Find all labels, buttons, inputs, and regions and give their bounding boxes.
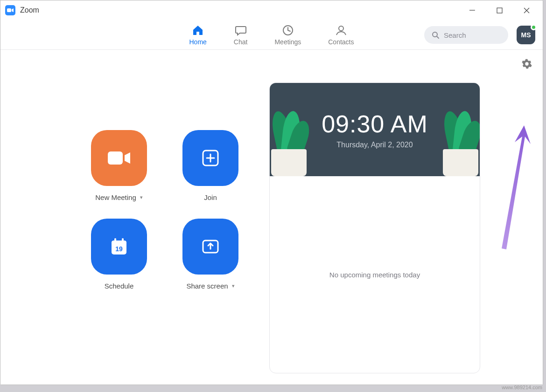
- tile-schedule: 19 Schedule: [79, 219, 159, 301]
- schedule-button[interactable]: 19: [91, 219, 147, 275]
- share-screen-label: Share screen: [186, 282, 228, 290]
- join-label: Join: [204, 193, 217, 201]
- video-icon: [7, 8, 14, 13]
- tab-chat-label: Chat: [234, 38, 248, 46]
- window-maximize-button[interactable]: [486, 1, 513, 20]
- calendar-hero: 09:30 AM Thursday, April 2, 2020: [270, 83, 480, 176]
- svg-point-8: [339, 26, 343, 31]
- action-tiles: New Meeting ▾ Join: [79, 130, 247, 301]
- new-meeting-label: New Meeting: [95, 193, 136, 201]
- svg-line-10: [437, 36, 439, 38]
- window-minimize-button[interactable]: [459, 1, 486, 20]
- no-meetings-text: No upcoming meetings today: [329, 271, 420, 279]
- top-nav: Home Chat Meetings Contacts: [0, 20, 543, 50]
- calendar-card: 09:30 AM Thursday, April 2, 2020 No upco…: [269, 83, 480, 373]
- clock-time: 09:30 AM: [322, 110, 428, 138]
- svg-rect-0: [7, 8, 11, 12]
- svg-rect-18: [122, 238, 124, 243]
- schedule-label: Schedule: [105, 282, 134, 290]
- avatar[interactable]: MS: [517, 26, 535, 44]
- svg-rect-17: [114, 238, 116, 243]
- plant-decoration: [269, 120, 310, 176]
- tile-new-meeting: New Meeting ▾: [79, 130, 159, 212]
- zoom-window: Zoom Home Chat: [0, 0, 543, 385]
- svg-rect-2: [497, 8, 502, 13]
- chevron-down-icon: ▾: [232, 283, 235, 289]
- home-icon: [192, 24, 204, 36]
- tab-contacts[interactable]: Contacts: [328, 24, 354, 46]
- search-icon: [432, 31, 439, 39]
- share-icon: [199, 235, 222, 258]
- nav-tabs: Home Chat Meetings Contacts: [189, 24, 354, 46]
- chevron-down-icon: ▾: [140, 194, 143, 200]
- svg-rect-16: [112, 241, 126, 245]
- maximize-icon: [497, 7, 503, 14]
- svg-rect-11: [108, 151, 123, 165]
- share-screen-caption[interactable]: Share screen ▾: [186, 282, 234, 290]
- app-title: Zoom: [20, 6, 39, 14]
- share-screen-button[interactable]: [182, 219, 238, 275]
- new-meeting-button[interactable]: [91, 130, 147, 186]
- tab-meetings[interactable]: Meetings: [274, 24, 301, 46]
- search-input[interactable]: Search: [424, 26, 508, 44]
- svg-text:19: 19: [115, 245, 123, 253]
- contacts-icon: [335, 24, 347, 36]
- tab-home-label: Home: [189, 38, 207, 46]
- new-meeting-caption[interactable]: New Meeting ▾: [95, 193, 143, 201]
- tab-meetings-label: Meetings: [274, 38, 301, 46]
- tab-chat[interactable]: Chat: [234, 24, 248, 46]
- calendar-body: No upcoming meetings today: [270, 176, 480, 373]
- avatar-initials: MS: [521, 31, 531, 39]
- close-icon: [524, 7, 530, 14]
- tile-share-screen: Share screen ▾: [170, 219, 251, 301]
- annotation-arrow: [488, 123, 534, 253]
- calendar-icon: 19: [107, 235, 131, 258]
- app-icon: [5, 5, 15, 15]
- join-button[interactable]: [182, 130, 238, 186]
- content-area: New Meeting ▾ Join: [0, 50, 543, 385]
- topbar-right: Search MS: [424, 20, 535, 50]
- gear-icon: [522, 59, 532, 69]
- tile-join: Join: [170, 130, 251, 212]
- clock-date: Thursday, April 2, 2020: [336, 141, 413, 149]
- plus-icon: [199, 147, 222, 169]
- titlebar: Zoom: [0, 0, 543, 20]
- settings-button[interactable]: [521, 58, 532, 69]
- window-close-button[interactable]: [513, 1, 540, 20]
- chat-icon: [235, 24, 247, 36]
- plant-decoration: [440, 120, 480, 176]
- presence-indicator: [531, 24, 537, 30]
- search-placeholder: Search: [444, 31, 466, 39]
- clock-icon: [282, 24, 294, 36]
- svg-line-7: [288, 30, 290, 31]
- video-icon: [106, 149, 132, 167]
- watermark: www.989214.com: [502, 385, 542, 390]
- tab-home[interactable]: Home: [189, 24, 207, 46]
- tab-contacts-label: Contacts: [328, 38, 354, 46]
- minimize-icon: [469, 7, 476, 14]
